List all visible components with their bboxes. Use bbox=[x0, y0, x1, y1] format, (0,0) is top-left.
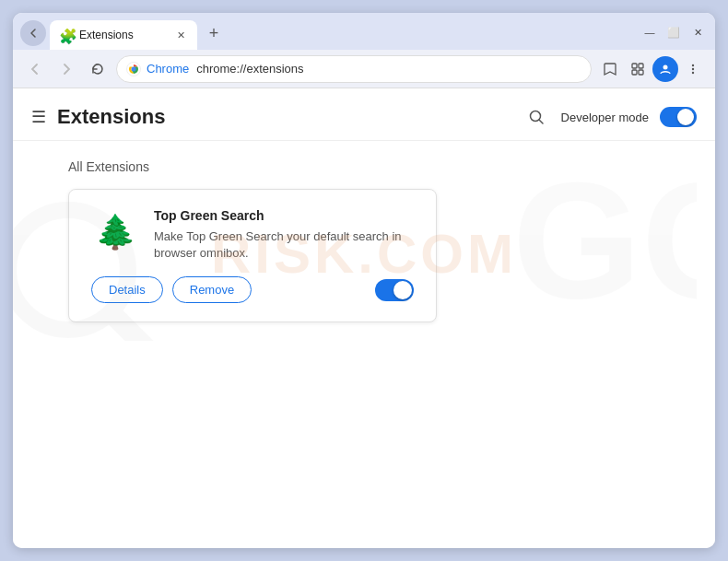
extension-enable-toggle[interactable] bbox=[375, 279, 414, 301]
extension-card-bottom: Details Remove bbox=[91, 276, 414, 303]
extension-info: Top Green Search Make Top Green Search y… bbox=[154, 208, 414, 262]
bookmark-button[interactable] bbox=[597, 56, 623, 82]
extensions-header-right: Developer mode bbox=[523, 103, 697, 131]
page-content: ☰ Extensions Developer mode bbox=[13, 88, 715, 548]
all-extensions-label: All Extensions bbox=[68, 159, 660, 174]
toggle-knob bbox=[677, 109, 694, 125]
back-button[interactable] bbox=[22, 56, 48, 82]
extensions-page-title: Extensions bbox=[57, 105, 165, 129]
extension-toggle-knob bbox=[393, 281, 412, 299]
extension-icon: 🌲 bbox=[91, 208, 139, 256]
svg-rect-3 bbox=[639, 64, 643, 68]
extensions-header-left: ☰ Extensions bbox=[31, 105, 165, 129]
remove-button[interactable]: Remove bbox=[172, 276, 252, 303]
svg-rect-2 bbox=[632, 64, 637, 68]
extensions-header: ☰ Extensions Developer mode bbox=[13, 88, 715, 141]
tab-title: Extensions bbox=[79, 29, 168, 41]
svg-point-7 bbox=[692, 64, 694, 65]
address-bar[interactable]: Chrome chrome://extensions bbox=[116, 55, 592, 83]
chrome-logo-icon bbox=[126, 62, 141, 76]
maximize-button[interactable]: ⬜ bbox=[663, 22, 684, 42]
tab-close-button[interactable]: ✕ bbox=[173, 28, 188, 42]
watermark-gc-icon: GC bbox=[512, 150, 697, 316]
profile-icon[interactable] bbox=[652, 56, 678, 82]
tab-list-back-button[interactable] bbox=[20, 20, 46, 46]
extensions-body: GC RISK.COM All Extensions 🌲 Top Green S… bbox=[13, 141, 715, 341]
extension-description: Make Top Green Search your default searc… bbox=[154, 228, 414, 262]
extension-name: Top Green Search bbox=[154, 208, 414, 223]
svg-point-8 bbox=[692, 67, 694, 69]
new-tab-button[interactable]: + bbox=[201, 20, 227, 46]
svg-point-6 bbox=[663, 64, 668, 69]
title-bar: 🧩 Extensions ✕ + — ⬜ ✕ bbox=[13, 13, 715, 50]
menu-icon[interactable]: ☰ bbox=[31, 107, 46, 127]
tab-favicon-icon: 🧩 bbox=[59, 28, 74, 42]
chrome-brand-label: Chrome bbox=[147, 62, 189, 76]
svg-rect-5 bbox=[639, 70, 643, 75]
extension-card: 🌲 Top Green Search Make Top Green Search… bbox=[68, 189, 437, 322]
toolbar-icons bbox=[597, 56, 706, 82]
svg-point-1 bbox=[132, 66, 136, 71]
active-tab[interactable]: 🧩 Extensions ✕ bbox=[50, 20, 197, 50]
details-button[interactable]: Details bbox=[91, 276, 163, 303]
developer-mode-toggle[interactable] bbox=[660, 107, 697, 127]
svg-rect-4 bbox=[632, 70, 637, 75]
extension-card-top: 🌲 Top Green Search Make Top Green Search… bbox=[91, 208, 414, 262]
reload-button[interactable] bbox=[85, 56, 111, 82]
window-controls: — ⬜ ✕ bbox=[640, 22, 708, 50]
svg-point-9 bbox=[692, 71, 694, 73]
svg-text:GC: GC bbox=[512, 150, 697, 316]
address-url: chrome://extensions bbox=[196, 62, 581, 76]
close-button[interactable]: ✕ bbox=[687, 22, 708, 42]
svg-line-11 bbox=[539, 120, 543, 123]
browser-window: 🧩 Extensions ✕ + — ⬜ ✕ bbox=[13, 13, 715, 548]
toolbar: Chrome chrome://extensions bbox=[13, 50, 715, 88]
search-icon-button[interactable] bbox=[523, 103, 550, 131]
tab-bar: 🧩 Extensions ✕ + bbox=[50, 20, 640, 50]
extensions-puzzle-button[interactable] bbox=[625, 56, 651, 82]
minimize-button[interactable]: — bbox=[640, 22, 660, 42]
developer-mode-label: Developer mode bbox=[561, 111, 649, 124]
forward-button[interactable] bbox=[53, 56, 79, 82]
chrome-menu-button[interactable] bbox=[680, 56, 706, 82]
